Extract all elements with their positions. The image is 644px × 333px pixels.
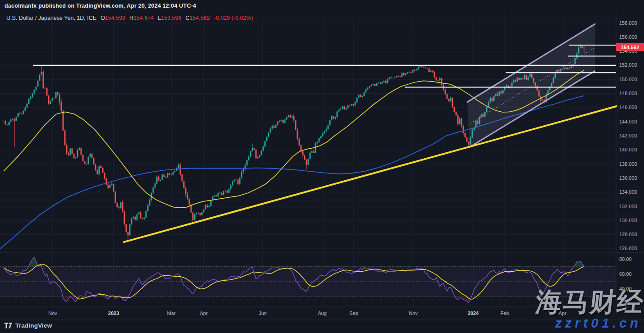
publish-info-bar: dacolmanfx published on TradingView.com,… [0,0,644,12]
ohlc-open: O154.599 [100,15,125,21]
price-tick-label: 130.000 [619,218,637,223]
ohlc-high: H154.674 [129,15,154,21]
last-price-label: 154.562 [616,43,644,51]
price-tick-label: 150.000 [619,77,637,82]
trendline-support [124,106,617,242]
time-tick-label: Nov [48,310,57,316]
symbol-legend: U.S. Dollar / Japanese Yen, 1D, ICE O154… [6,15,253,21]
time-tick-label: Apr [200,310,207,316]
price-tick-label: 146.000 [619,105,637,110]
price-tick-label: 136.000 [619,175,637,181]
price-tick-label: 126.000 [619,246,637,251]
tradingview-logo-icon[interactable] [5,323,12,328]
symbol-title: U.S. Dollar / Japanese Yen, 1D, ICE [6,15,96,21]
price-tick-label: 156.000 [619,34,637,40]
price-tick-label: 134.000 [619,189,637,195]
price-tick-label: 132.000 [619,204,637,209]
price-tick-label: 142.000 [619,133,637,138]
watermark-chinese: 海马财经 [534,287,644,316]
price-tick-label: 144.000 [619,119,637,124]
price-chart-canvas[interactable] [0,0,644,333]
publish-info-text: dacolmanfx published on TradingView.com,… [5,3,196,9]
tradingview-footer-link[interactable]: TradingView [5,322,52,329]
ohlc-low: L153.596 [158,15,181,21]
parallel-channel-fill [467,24,595,147]
time-tick-label: Sep [349,310,358,316]
time-tick-label: Nov [409,310,418,316]
watermark-url: zzrt01.cn [555,315,641,331]
time-tick-label: Aug [318,310,327,316]
tradingview-brand-text[interactable]: TradingView [15,322,52,329]
time-tick-label: Feb [501,310,509,316]
time-tick-label: 2023 [108,310,119,316]
time-tick-label: 2024 [468,310,479,316]
change-value: -0.029 (-0.02%) [214,15,253,21]
ohlc-close: C154.562 [185,15,210,21]
price-tick-label: 140.000 [619,147,637,152]
price-tick-label: 128.000 [619,232,637,237]
price-tick-label: 152.000 [619,62,637,68]
tradingview-published-chart-page: dacolmanfx published on TradingView.com,… [0,0,644,333]
rsi-tick-label: 80.00 [619,256,632,262]
time-tick-label: Jun [259,310,267,316]
time-tick-label: Mar [167,310,176,316]
price-tick-label: 158.000 [619,20,637,26]
price-tick-label: 138.000 [619,161,637,167]
candles-layer [3,44,585,240]
price-tick-label: 148.000 [619,91,637,96]
rsi-tick-label: 60.00 [619,271,632,277]
